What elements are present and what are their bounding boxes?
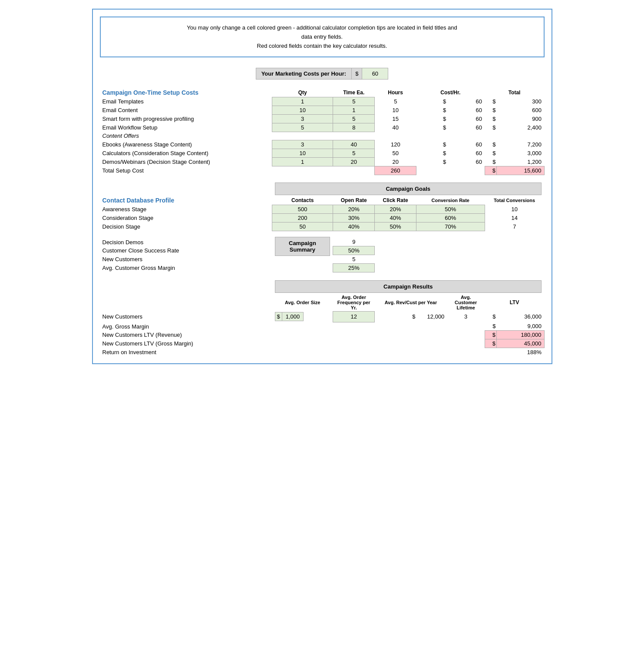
table-row: Email Content 10 1 10 $ 60 $ 600 <box>100 106 545 114</box>
cost-cell: 60 <box>447 97 485 106</box>
setup-col-qty: Qty <box>272 88 333 97</box>
awareness-total: 10 <box>485 205 544 213</box>
time-cell[interactable]: 5 <box>333 97 375 106</box>
total-value: 15,600 <box>496 166 544 175</box>
setup-col-total: Total <box>485 88 544 97</box>
new-customers-value: 5 <box>333 255 375 264</box>
results-order-size[interactable]: 1,000 <box>282 312 304 321</box>
awareness-click[interactable]: 20% <box>375 205 416 213</box>
setup-col-cost: Cost/Hr. <box>416 88 485 97</box>
consideration-contacts[interactable]: 200 <box>272 213 333 222</box>
row-label: Calculators (Consideration Stage Content… <box>100 149 272 157</box>
consideration-total: 14 <box>485 213 544 222</box>
time-cell[interactable]: 20 <box>333 157 375 166</box>
col-contacts: Contacts <box>272 196 333 205</box>
ltv-revenue-row: New Customers LTV (Revenue) $ 180,000 <box>100 331 545 339</box>
close-rate-value[interactable]: 50% <box>333 246 375 255</box>
roi-row: Return on Investment 188% <box>100 348 545 357</box>
awareness-contacts[interactable]: 500 <box>272 205 333 213</box>
time-cell[interactable]: 5 <box>333 114 375 123</box>
awareness-row: Awareness Stage 500 20% 20% 50% 10 <box>100 205 545 213</box>
marketing-cost-value[interactable]: 60 <box>362 68 388 80</box>
avg-gm-label: Avg. Gross Margin <box>100 322 272 331</box>
results-lifetime: 3 <box>447 311 485 322</box>
decision-demos-value: 9 <box>333 238 375 246</box>
notice-line1: You may only change a cell colored green… <box>187 24 457 31</box>
consideration-row: Consideration Stage 200 30% 40% 60% 14 <box>100 213 545 222</box>
roi-label: Return on Investment <box>100 348 272 357</box>
decision-contacts[interactable]: 50 <box>272 222 333 231</box>
col-ltv: LTV <box>485 294 544 312</box>
qty-cell[interactable]: 3 <box>272 140 333 149</box>
qty-cell[interactable]: 10 <box>272 149 333 157</box>
ltv-rev-value: 180,000 <box>496 331 544 339</box>
notice-box: You may only change a cell colored green… <box>100 17 545 57</box>
hours-cell: 10 <box>375 106 416 114</box>
results-freq[interactable]: 12 <box>333 311 375 322</box>
qty-cell[interactable]: 1 <box>272 157 333 166</box>
time-cell[interactable]: 1 <box>333 106 375 114</box>
close-rate-label: Customer Close Success Rate <box>100 246 272 255</box>
col-order-size: Avg. Order Size <box>272 294 333 312</box>
total-setup-label: Total Setup Cost <box>100 166 272 175</box>
results-subheader-row: Avg. Order Size Avg. Order Frequency per… <box>100 294 545 312</box>
total-dollar: $ <box>485 166 496 175</box>
contact-db-title: Contact Database Profile <box>100 196 272 205</box>
qty-cell[interactable]: 1 <box>272 97 333 106</box>
qty-cell[interactable]: 5 <box>272 123 333 132</box>
setup-header-row: Campaign One-Time Setup Costs Qty Time E… <box>100 88 545 97</box>
main-layout-table: Campaign One-Time Setup Costs Qty Time E… <box>100 88 545 356</box>
consideration-open[interactable]: 30% <box>333 213 375 222</box>
table-row: Email Workflow Setup 5 8 40 $ 60 $ 2,400 <box>100 123 545 132</box>
table-row: Ebooks (Awareness Stage Content) 3 40 12… <box>100 140 545 149</box>
col-freq: Avg. Order Frequency per Yr. <box>333 294 375 312</box>
total-cell: 300 <box>496 97 544 106</box>
row-label: Smart form with progressive profiling <box>100 114 272 123</box>
decision-conversion[interactable]: 70% <box>416 222 485 231</box>
main-container: You may only change a cell colored green… <box>92 9 552 364</box>
awareness-conversion[interactable]: 50% <box>416 205 485 213</box>
consideration-label: Consideration Stage <box>100 213 272 222</box>
row-label: Email Content <box>100 106 272 114</box>
col-open: Open Rate <box>333 196 375 205</box>
decision-row: Decision Stage 50 40% 50% 70% 7 <box>100 222 545 231</box>
qty-cell[interactable]: 3 <box>272 114 333 123</box>
ltv-gm-label: New Customers LTV (Gross Margin) <box>100 339 272 348</box>
table-row: Calculators (Consideration Stage Content… <box>100 149 545 157</box>
setup-col-hours: Hours <box>375 88 416 97</box>
gross-margin-label: Avg. Customer Gross Margin <box>100 264 272 272</box>
results-ltv: 36,000 <box>496 311 544 322</box>
consideration-conversion[interactable]: 60% <box>416 213 485 222</box>
campaign-goals-subheader-row: Contact Database Profile Contacts Open R… <box>100 196 545 205</box>
time-cell[interactable]: 5 <box>333 149 375 157</box>
notice-line3: Red colored fields contain the key calcu… <box>257 43 387 49</box>
results-dollar2: $ <box>375 311 416 322</box>
ltv-rev-label: New Customers LTV (Revenue) <box>100 331 272 339</box>
avg-gm-value: 9,000 <box>496 322 544 331</box>
decision-click[interactable]: 50% <box>375 222 416 231</box>
results-header-row: Campaign Results <box>100 279 545 294</box>
hours-cell: 5 <box>375 97 416 106</box>
awareness-label: Awareness Stage <box>100 205 272 213</box>
ltv-gm-value: 45,000 <box>496 339 544 348</box>
decision-open[interactable]: 40% <box>333 222 375 231</box>
roi-value: 188% <box>496 348 544 357</box>
content-offers-label: Content Offers <box>100 132 272 140</box>
consideration-click[interactable]: 40% <box>375 213 416 222</box>
gross-margin-value[interactable]: 25% <box>333 264 375 272</box>
avg-gross-margin-row: Avg. Gross Margin $ 9,000 <box>100 322 545 331</box>
avg-gm-dollar: $ <box>485 322 496 331</box>
qty-cell[interactable]: 10 <box>272 106 333 114</box>
row-label: Email Workflow Setup <box>100 123 272 132</box>
time-cell[interactable]: 8 <box>333 123 375 132</box>
table-row: Smart form with progressive profiling 3 … <box>100 114 545 123</box>
awareness-open[interactable]: 20% <box>333 205 375 213</box>
campaign-goals-header: Campaign Goals <box>275 183 542 195</box>
results-rev: 12,000 <box>416 311 447 322</box>
time-cell[interactable]: 40 <box>333 140 375 149</box>
col-conversion: Conversion Rate <box>416 196 485 205</box>
results-nc-label: New Customers <box>100 311 272 322</box>
ltv-rev-dollar: $ <box>485 331 496 339</box>
marketing-cost-section: Your Marketing Costs per Hour: $ 60 <box>100 68 545 80</box>
setup-section-title: Campaign One-Time Setup Costs <box>100 88 272 97</box>
